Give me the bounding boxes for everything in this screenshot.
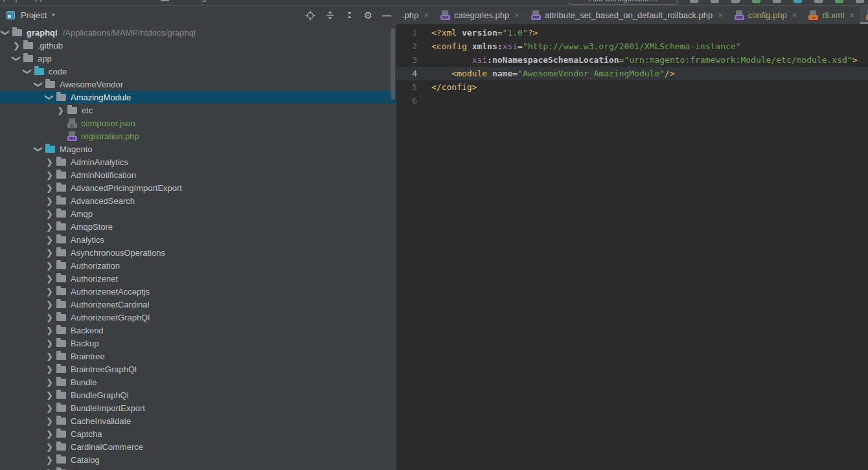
editor-tab[interactable]: PHPattribute_set_based_on_default_rollba… bbox=[525, 6, 729, 24]
breadcrumb[interactable]: graphql/app/code/AwesomeVendor/AmazingMo… bbox=[0, 0, 234, 2]
chevron-right-icon[interactable]: ❯ bbox=[45, 364, 54, 374]
chevron-right-icon[interactable]: ❯ bbox=[45, 313, 54, 322]
chevron-right-icon[interactable]: ❯ bbox=[45, 274, 54, 284]
breadcrumb-item[interactable]: app bbox=[30, 0, 45, 2]
close-icon[interactable]: × bbox=[849, 10, 854, 20]
tree-scrollbar[interactable] bbox=[391, 28, 395, 100]
tree-row[interactable]: ❯Authorizenet bbox=[0, 272, 396, 285]
tree-row[interactable]: ❯app bbox=[0, 52, 396, 65]
chevron-right-icon[interactable]: ❯ bbox=[45, 157, 54, 167]
chevron-right-icon[interactable]: ❯ bbox=[45, 261, 54, 271]
tree-row[interactable]: ❯BundleImportExport bbox=[0, 401, 396, 414]
breadcrumb-item[interactable]: AmazingModule bbox=[174, 0, 234, 2]
editor-tab[interactable]: <>di.xml× bbox=[803, 6, 860, 24]
tree-row[interactable]: ❯Captcha bbox=[0, 427, 396, 440]
chevron-right-icon[interactable]: ❯ bbox=[45, 403, 54, 413]
chevron-right-icon[interactable]: ❯ bbox=[45, 442, 54, 452]
settings-gear-icon[interactable]: ⚙ bbox=[364, 10, 372, 20]
tree-row[interactable]: ❯Magento bbox=[0, 142, 396, 155]
chevron-right-icon[interactable]: ❯ bbox=[45, 183, 54, 193]
chevron-right-icon[interactable]: ❯ bbox=[56, 106, 65, 115]
chevron-right-icon[interactable]: ❯ bbox=[45, 209, 54, 219]
chevron-right-icon[interactable]: ❯ bbox=[45, 196, 54, 206]
tree-row[interactable]: ❯Amqp bbox=[0, 207, 396, 220]
collapse-all-icon[interactable] bbox=[345, 10, 354, 20]
close-icon[interactable]: × bbox=[718, 10, 723, 20]
close-icon[interactable]: × bbox=[792, 10, 797, 20]
top-toolbar-icon[interactable] bbox=[794, 0, 802, 3]
chevron-right-icon[interactable]: ❯ bbox=[45, 326, 54, 335]
chevron-right-icon[interactable]: ❯ bbox=[45, 287, 54, 297]
chevron-right-icon[interactable]: ❯ bbox=[45, 455, 54, 465]
tree-row[interactable]: ❯AdminNotification bbox=[0, 168, 396, 181]
tree-row[interactable]: ❯Backend bbox=[0, 324, 396, 337]
tree-row[interactable]: ❯CacheInvalidate bbox=[0, 414, 396, 427]
close-icon[interactable]: × bbox=[514, 10, 520, 20]
chevron-right-icon[interactable]: ❯ bbox=[45, 222, 54, 232]
tree-row[interactable]: ❯AuthorizenetAcceptjs bbox=[0, 285, 396, 298]
tree-row[interactable]: ❯.github bbox=[0, 39, 396, 52]
run-configuration-button[interactable]: Add Configuration... bbox=[569, 0, 678, 5]
chevron-right-icon[interactable]: ❯ bbox=[45, 170, 54, 180]
tree-row[interactable]: ❯AdvancedPricingImportExport bbox=[0, 181, 396, 194]
tree-row[interactable]: ❯BraintreeGraphQl bbox=[0, 363, 396, 375]
top-toolbar-icon[interactable] bbox=[773, 0, 781, 3]
chevron-right-icon[interactable]: ❯ bbox=[45, 416, 54, 426]
locate-icon[interactable] bbox=[305, 10, 315, 21]
chevron-down-icon[interactable]: ❯ bbox=[34, 80, 43, 89]
hide-panel-icon[interactable]: — bbox=[382, 11, 391, 20]
top-toolbar-icon[interactable] bbox=[690, 0, 698, 3]
tree-row[interactable]: ❯etc bbox=[0, 104, 396, 117]
chevron-down-icon[interactable]: ▼ bbox=[51, 12, 56, 18]
chevron-right-icon[interactable]: ❯ bbox=[45, 235, 54, 245]
chevron-down-icon[interactable]: ❯ bbox=[12, 54, 21, 63]
chevron-down-icon[interactable]: ❯ bbox=[34, 145, 43, 153]
editor-tab[interactable]: .php× bbox=[396, 6, 435, 24]
tree-row[interactable]: ❯PHPregistration.php bbox=[0, 129, 396, 142]
tree-row[interactable]: ❯AsynchronousOperations bbox=[0, 246, 396, 259]
breadcrumb-item[interactable]: code bbox=[56, 0, 74, 2]
chevron-right-icon[interactable]: ❯ bbox=[45, 352, 54, 361]
close-icon[interactable]: × bbox=[424, 10, 429, 20]
project-tree[interactable]: ❯graphql/Applications/MAMP/htdocs/graphq… bbox=[0, 25, 396, 470]
breadcrumb-item[interactable]: graphql bbox=[0, 0, 19, 2]
tree-row[interactable]: ❯Bundle bbox=[0, 375, 396, 388]
chevron-down-icon[interactable]: ❯ bbox=[45, 93, 54, 102]
tree-row[interactable]: ❯AmazingModule bbox=[0, 91, 396, 104]
top-toolbar-icon[interactable] bbox=[711, 0, 719, 3]
breadcrumb-item[interactable]: AwesomeVendor bbox=[86, 0, 149, 2]
editor-tab[interactable]: <>module.xml bbox=[860, 6, 868, 24]
tree-row[interactable]: ❯Braintree bbox=[0, 350, 396, 363]
tree-row[interactable]: ❯BundleGraphQl bbox=[0, 388, 396, 401]
chevron-right-icon[interactable]: ❯ bbox=[45, 377, 54, 387]
tree-row[interactable]: ❯Authorization bbox=[0, 259, 396, 272]
chevron-down-icon[interactable]: ❯ bbox=[23, 67, 32, 76]
chevron-right-icon[interactable]: ❯ bbox=[45, 300, 54, 309]
chevron-right-icon[interactable]: ❯ bbox=[12, 41, 21, 50]
chevron-right-icon[interactable]: ❯ bbox=[45, 429, 54, 439]
tree-row[interactable]: ❯Catalog bbox=[0, 453, 396, 466]
editor-tab[interactable]: PHPcategories.php× bbox=[435, 6, 525, 24]
tree-row[interactable]: ❯AmqpStore bbox=[0, 220, 396, 233]
top-toolbar-icon[interactable] bbox=[731, 0, 740, 3]
top-toolbar-icon[interactable] bbox=[752, 0, 760, 3]
tree-row[interactable]: ❯AuthorizenetGraphQl bbox=[0, 311, 396, 324]
top-toolbar-icon[interactable] bbox=[856, 0, 864, 3]
tree-row[interactable]: ❯ bbox=[0, 466, 396, 470]
tree-row[interactable]: ❯AwesomeVendor bbox=[0, 78, 396, 91]
tree-row[interactable]: ❯AdvancedSearch bbox=[0, 194, 396, 207]
chevron-right-icon[interactable]: ❯ bbox=[45, 248, 54, 258]
top-toolbar-icon[interactable] bbox=[814, 0, 823, 3]
editor-tab[interactable]: PHPconfig.php× bbox=[729, 6, 803, 24]
chevron-down-icon[interactable]: ❯ bbox=[1, 28, 10, 37]
tree-row[interactable]: ❯Analytics bbox=[0, 233, 396, 246]
chevron-right-icon[interactable]: ❯ bbox=[45, 468, 54, 470]
tree-row[interactable]: ❯graphql/Applications/MAMP/htdocs/graphq… bbox=[0, 26, 396, 39]
tree-row[interactable]: ❯{}composer.json bbox=[0, 117, 396, 129]
top-toolbar-icon[interactable] bbox=[835, 0, 843, 3]
expand-all-icon[interactable] bbox=[325, 10, 335, 20]
tree-row[interactable]: ❯Backup bbox=[0, 337, 396, 350]
chevron-right-icon[interactable]: ❯ bbox=[45, 390, 54, 400]
chevron-right-icon[interactable]: ❯ bbox=[45, 339, 54, 348]
tree-row[interactable]: ❯code bbox=[0, 65, 396, 78]
